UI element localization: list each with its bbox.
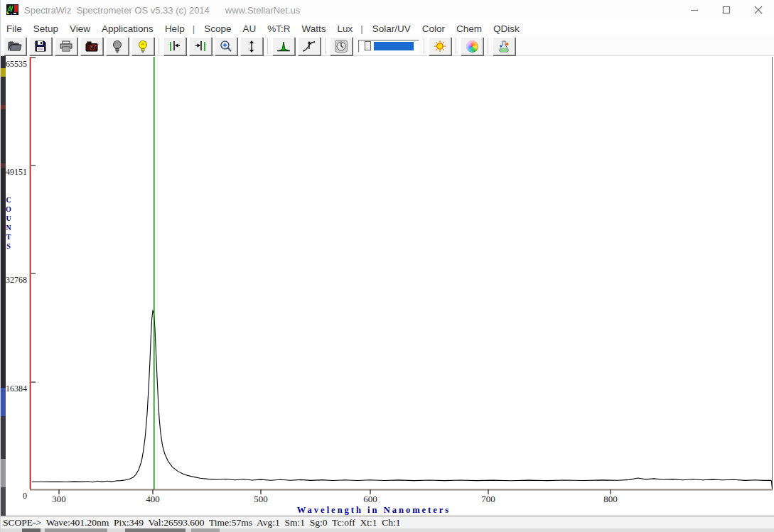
scope-peak-button[interactable] bbox=[272, 37, 295, 55]
menu-item-view[interactable]: View bbox=[65, 22, 95, 36]
solar-sun-button[interactable] bbox=[429, 37, 451, 55]
y-axis-title-letter: U bbox=[4, 215, 13, 223]
spectrum-chart: 655354915132768163840 300400500600700800… bbox=[1, 56, 774, 516]
menu-separator: | bbox=[190, 23, 198, 34]
menu-item-au[interactable]: AU bbox=[237, 22, 261, 36]
y-axis-title-letter: N bbox=[4, 224, 13, 232]
y-tick-label: 65535 bbox=[1, 59, 27, 69]
toolbar-separator bbox=[158, 38, 159, 54]
save-file-button[interactable] bbox=[29, 37, 52, 55]
y-axis-title-letter: O bbox=[4, 205, 13, 214]
save-file-icon bbox=[35, 40, 46, 52]
integration-clock-icon bbox=[335, 40, 348, 53]
menu-item-chem[interactable]: Chem bbox=[451, 22, 487, 36]
reference-curve-icon bbox=[302, 40, 316, 53]
close-icon bbox=[754, 6, 763, 14]
toolbar-separator bbox=[456, 38, 456, 54]
lamp-on-icon bbox=[138, 40, 148, 53]
y-axis-title-letter: C bbox=[4, 196, 13, 205]
color-sphere-icon bbox=[466, 40, 478, 53]
x-axis-title: Wavelength in Nanometers bbox=[242, 505, 505, 516]
y-tick-label: 0 bbox=[1, 491, 27, 501]
lamp-on-button[interactable] bbox=[131, 37, 154, 55]
zoom-in-icon bbox=[220, 40, 232, 53]
menu-item-applications[interactable]: Applications bbox=[97, 22, 158, 36]
status-text: SCOPE-> Wave:401.20nm Pix:349 Val:26593.… bbox=[1, 517, 400, 528]
x-tick-label: 800 bbox=[603, 494, 618, 505]
x-tick-label: 400 bbox=[146, 494, 160, 505]
menu-item-lux[interactable]: Lux bbox=[332, 22, 358, 36]
cursor-left-button[interactable] bbox=[163, 37, 186, 55]
maximize-icon bbox=[722, 6, 731, 14]
cursor-right-icon bbox=[193, 40, 208, 53]
menu-item-help[interactable]: Help bbox=[160, 22, 190, 36]
snapshot-camera-icon bbox=[85, 41, 98, 52]
toolbar-separator bbox=[325, 38, 326, 54]
menu-item-scope[interactable]: Scope bbox=[199, 22, 236, 36]
window-title: SpectraWiz Spectrometer OS v5.33 (c) 201… bbox=[24, 5, 210, 16]
lamp-off-icon bbox=[112, 40, 122, 53]
toolbar-separator bbox=[424, 38, 424, 54]
y-axis-title-letter: S bbox=[4, 242, 13, 251]
spectrum-trace bbox=[32, 311, 773, 489]
cursor-left-icon bbox=[168, 40, 182, 53]
menu-item-solar-uv[interactable]: Solar/UV bbox=[367, 22, 416, 36]
zoom-in-button[interactable] bbox=[215, 37, 237, 55]
autoscale-y-button[interactable] bbox=[240, 37, 263, 55]
spectrawiz-window: SpectraWiz Spectrometer OS v5.33 (c) 201… bbox=[0, 0, 774, 532]
snapshot-camera-button[interactable] bbox=[80, 37, 103, 55]
menu-item-file[interactable]: File bbox=[1, 22, 27, 36]
minimize-button[interactable] bbox=[678, 0, 710, 20]
y-tick-label: 32768 bbox=[1, 275, 27, 285]
background-taskbar-sliver bbox=[1, 528, 774, 532]
axis-ticks bbox=[31, 58, 611, 494]
window-title-site: www.StellarNet.us bbox=[225, 5, 300, 16]
menu-bar: FileSetupViewApplicationsHelp|ScopeAU%T:… bbox=[1, 20, 774, 37]
menu-item-watts[interactable]: Watts bbox=[296, 22, 330, 36]
title-bar: SpectraWiz Spectrometer OS v5.33 (c) 201… bbox=[1, 0, 774, 20]
print-icon bbox=[60, 40, 72, 52]
print-button[interactable] bbox=[55, 37, 77, 55]
open-file-icon bbox=[8, 40, 22, 52]
plot-area[interactable] bbox=[1, 56, 774, 516]
x-tick-label: 300 bbox=[52, 494, 66, 505]
y-tick-label: 49151 bbox=[1, 167, 27, 177]
integration-clock-button[interactable] bbox=[330, 37, 353, 55]
cursor-right-button[interactable] bbox=[189, 37, 212, 55]
solar-sun-icon bbox=[434, 40, 446, 53]
slider-thumb[interactable] bbox=[365, 41, 371, 50]
x-tick-label: 700 bbox=[481, 494, 495, 505]
lamp-off-button[interactable] bbox=[106, 37, 129, 55]
menu-separator: | bbox=[358, 23, 366, 34]
menu-item--t-r[interactable]: %T:R bbox=[262, 22, 295, 36]
close-button[interactable] bbox=[742, 0, 774, 20]
app-logo-icon bbox=[6, 4, 18, 16]
chem-analysis-button[interactable] bbox=[493, 37, 515, 55]
menu-item-qdisk[interactable]: QDisk bbox=[488, 22, 525, 36]
minimize-icon bbox=[690, 6, 699, 14]
status-bar: SCOPE-> Wave:401.20nm Pix:349 Val:26593.… bbox=[1, 516, 774, 528]
y-axis-title-letter: T bbox=[4, 233, 13, 241]
maximize-button[interactable] bbox=[710, 0, 742, 20]
y-tick-label: 16384 bbox=[1, 384, 27, 393]
x-tick-label: 600 bbox=[363, 494, 377, 505]
open-file-button[interactable] bbox=[4, 37, 26, 55]
autoscale-y-icon bbox=[246, 40, 257, 53]
slider-fill bbox=[374, 42, 414, 50]
color-measure-button[interactable] bbox=[461, 37, 483, 55]
scope-peak-icon bbox=[276, 40, 291, 53]
menu-item-setup[interactable]: Setup bbox=[28, 22, 63, 36]
toolbar-separator bbox=[267, 38, 268, 54]
reference-curve-button[interactable] bbox=[298, 37, 321, 55]
x-tick-label: 500 bbox=[254, 494, 268, 505]
chem-flask-icon bbox=[498, 40, 510, 53]
integration-time-slider[interactable] bbox=[358, 40, 419, 53]
toolbar bbox=[1, 37, 774, 56]
toolbar-separator bbox=[488, 38, 488, 54]
menu-item-color[interactable]: Color bbox=[417, 22, 450, 36]
